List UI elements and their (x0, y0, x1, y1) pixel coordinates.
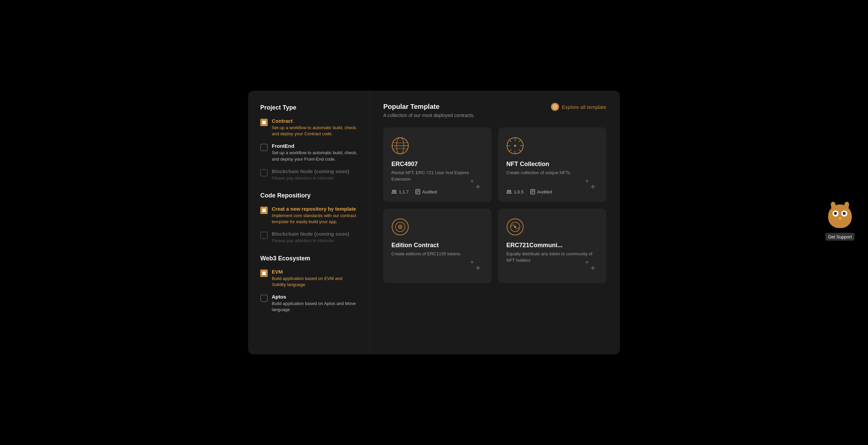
checkbox-new-repo[interactable] (260, 207, 268, 214)
version-label-erc4907: 1.1.7 (399, 189, 409, 194)
owl-body (828, 205, 852, 228)
version-label-nft: 1.0.5 (514, 189, 524, 194)
right-panel: Popular Template A collection of our mos… (370, 91, 620, 354)
label-new-repo: Creat a new repository by template (272, 206, 357, 212)
star-deco-2: ✦ (475, 182, 481, 192)
desc-blockchain2: Please pay attention to Hamster (272, 238, 349, 244)
project-modal: Project Type Contract Set up a workflow … (248, 91, 620, 354)
template-card-erc721[interactable]: ERC721Communi... Equally distribute any … (498, 209, 606, 283)
card-name-erc4907: ERC4907 (391, 161, 483, 168)
owl-pupil-right (843, 212, 846, 215)
card-name-nft: NFT Collection (506, 161, 598, 168)
star-deco-4: ✦ (589, 182, 596, 192)
card-version-nft: 1.0.5 (506, 189, 524, 194)
label-blockchain2: Blockchain Node (coming soon) (272, 231, 349, 237)
svg-line-17 (509, 140, 511, 142)
label-evm: EVM (272, 269, 357, 275)
owl-pupil-left (834, 212, 837, 215)
template-card-erc4907[interactable]: ERC4907 Rental NFT, ERC-721 User And Exp… (383, 127, 491, 202)
card-icon-edition (391, 218, 409, 236)
left-panel: Project Type Contract Set up a workflow … (248, 91, 370, 354)
audited-label-erc4907: Audited (422, 189, 437, 194)
svg-rect-21 (506, 193, 512, 193)
checkbox-frontend[interactable] (260, 144, 268, 151)
audited-label-nft: Audited (537, 189, 552, 194)
svg-rect-23 (507, 190, 511, 191)
explore-icon (551, 103, 559, 111)
svg-line-18 (519, 149, 521, 152)
card-icon-erc721 (506, 218, 524, 236)
explore-link-label: Explore all template (562, 104, 606, 110)
web3-ecosystem-section: Web3 Ecosystem EVM Build application bas… (260, 255, 357, 313)
star-deco-3: ✦ (584, 178, 589, 185)
checkbox-blockchain (260, 169, 268, 177)
option-blockchain-node: Blockchain Node (coming soon) Please pay… (260, 168, 357, 181)
svg-point-35 (514, 226, 516, 228)
support-label: Get Support (825, 233, 854, 241)
svg-point-12 (514, 145, 516, 147)
option-contract[interactable]: Contract Set up a workflow to automatic … (260, 118, 357, 137)
desc-frontend: Set up a workflow to automatic build, ch… (272, 150, 357, 162)
card-icon-nft (506, 137, 524, 155)
desc-blockchain: Please pay attention to Hamster (272, 175, 349, 181)
svg-rect-4 (391, 193, 397, 193)
template-card-nft-collection[interactable]: NFT Collection Create collection of uniq… (498, 127, 606, 202)
card-name-edition: Edition Contract (391, 242, 483, 249)
option-aptos[interactable]: Aptos Build application based on Aptos a… (260, 294, 357, 313)
desc-new-repo: Implement core standards with our contra… (272, 213, 357, 225)
owl-eye-left (833, 210, 839, 216)
card-desc-nft: Create collection of unique NFTs. (506, 170, 598, 176)
star-deco-1: ✦ (469, 178, 475, 185)
template-card-edition[interactable]: Edition Contract Create editions of ERC1… (383, 209, 491, 283)
star-deco-7: ✦ (584, 259, 589, 266)
checkbox-evm[interactable] (260, 270, 268, 277)
owl-eyes (833, 210, 847, 216)
svg-line-20 (509, 149, 511, 152)
card-name-erc721: ERC721Communi... (506, 242, 598, 249)
owl-ear-right (844, 201, 849, 208)
svg-point-32 (400, 226, 401, 228)
svg-rect-5 (392, 191, 396, 192)
option-frontend[interactable]: FrontEnd Set up a workflow to automatic … (260, 143, 357, 162)
checkbox-aptos[interactable] (260, 295, 268, 302)
project-type-section: Project Type Contract Set up a workflow … (260, 104, 357, 181)
option-blockchain-node2: Blockchain Node (coming soon) Please pay… (260, 231, 357, 244)
checkbox-contract[interactable] (260, 119, 268, 126)
label-blockchain: Blockchain Node (coming soon) (272, 168, 349, 174)
option-new-repo[interactable]: Creat a new repository by template Imple… (260, 206, 357, 225)
svg-rect-22 (507, 191, 511, 192)
card-footer-nft: 1.0.5 Audited (506, 189, 598, 194)
support-widget[interactable]: Get Support (825, 205, 854, 241)
card-audited-erc4907: Audited (415, 189, 437, 194)
card-icon-erc4907 (391, 137, 409, 155)
desc-contract: Set up a workflow to automatic build, ch… (272, 125, 357, 137)
desc-evm: Build application based on EVM and Solid… (272, 276, 357, 288)
card-audited-nft: Audited (530, 189, 552, 194)
project-type-title: Project Type (260, 104, 357, 111)
code-repository-section: Code Repositiory Creat a new repository … (260, 192, 357, 244)
label-aptos: Aptos (272, 294, 357, 300)
checkbox-blockchain2 (260, 232, 268, 239)
card-desc-edition: Create editions of ERC1155 tokens (391, 251, 483, 257)
star-deco-8: ✦ (589, 263, 596, 273)
owl-ear-left (830, 201, 836, 208)
svg-rect-6 (392, 190, 396, 191)
right-header: Popular Template A collection of our mos… (383, 103, 606, 118)
svg-line-19 (519, 140, 521, 142)
template-grid: ERC4907 Rental NFT, ERC-721 User And Exp… (383, 127, 606, 283)
card-footer-erc4907: 1.1.7 Audited (391, 189, 483, 194)
star-deco-5: ✦ (469, 259, 475, 266)
card-version-erc4907: 1.1.7 (391, 189, 409, 194)
option-evm[interactable]: EVM Build application based on EVM and S… (260, 269, 357, 288)
panel-subtitle: A collection of our most deployed contra… (383, 113, 475, 118)
label-frontend: FrontEnd (272, 143, 357, 149)
star-deco-6: ✦ (475, 263, 481, 273)
label-contract: Contract (272, 118, 357, 124)
explore-link[interactable]: Explore all template (551, 103, 606, 111)
owl-ears (828, 202, 852, 208)
panel-title: Popular Template (383, 103, 475, 111)
owl-eye-right (841, 210, 847, 216)
code-repo-title: Code Repositiory (260, 192, 357, 199)
owl-beak (838, 217, 842, 219)
desc-aptos: Build application based on Aptos and Mov… (272, 301, 357, 313)
